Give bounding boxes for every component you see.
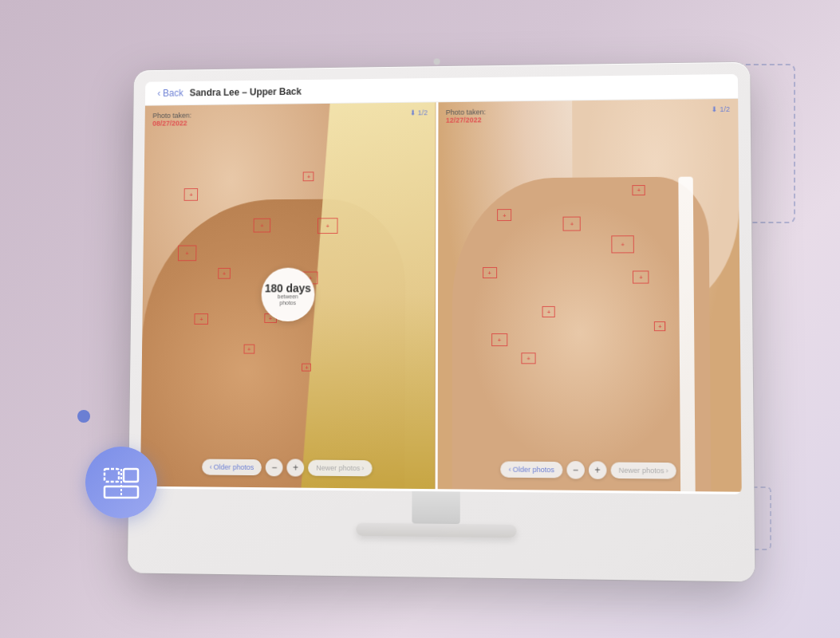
monitor-base [356,522,516,538]
detection-box [542,305,554,317]
chevron-right-icon: › [361,464,364,472]
older-photos-label-left: Older photos [213,463,254,471]
detection-box [177,245,195,261]
detection-box [521,352,535,364]
detection-box [654,321,665,331]
download-icon-left: ⬇ [409,108,416,116]
detection-box [633,270,649,283]
detection-box [183,187,198,200]
days-badge: 180 days betweenphotos [261,267,314,321]
days-text: betweenphotos [277,293,298,306]
detection-box [491,333,507,345]
detection-box [303,171,314,181]
photo-info-left: Photo taken: 08/27/2022 [152,111,191,127]
svg-rect-1 [124,469,138,482]
detection-box [253,218,270,232]
zoom-out-button-right[interactable]: − [566,461,584,479]
back-label: Back [163,87,183,98]
download-icon-right: ⬇ [711,105,717,113]
detection-box [194,313,208,325]
photo-taken-label-right: Photo taken: [445,108,485,116]
camera-dot [433,58,440,65]
chevron-left-icon: ‹ [209,463,211,471]
chevron-right-icon: › [665,467,668,475]
comparison-icon-badge [85,447,157,518]
photo-taken-label-left: Photo taken: [152,111,191,119]
monitor: ‹ Back Sandra Lee – Upper Back Photo tak… [127,61,754,581]
detection-box [482,266,496,278]
detection-box [243,344,254,353]
hair-left [301,102,436,489]
zoom-in-button-right[interactable]: + [588,461,606,479]
detection-box [218,267,231,278]
svg-rect-2 [105,486,138,498]
photo-date-right: 12/27/2022 [445,116,485,124]
photo-download-left[interactable]: ⬇ 1/2 [409,108,427,116]
back-button[interactable]: ‹ Back [157,87,183,98]
photo-panel-right: Photo taken: 12/27/2022 ⬇ 1/2 [435,98,742,491]
download-label-left: 1/2 [417,108,427,116]
older-photos-button-right[interactable]: ‹ Older photos [500,461,562,478]
photo-date-left: 08/27/2022 [152,119,191,127]
monitor-neck [412,490,459,523]
days-number: 180 days [264,282,310,293]
detection-box [497,209,511,221]
zoom-in-button-left[interactable]: + [286,459,304,476]
strap-right [678,176,696,491]
nav-bar-left: ‹ Older photos − + Newer photos › [201,458,372,477]
photo-info-right: Photo taken: 12/27/2022 [445,108,485,124]
newer-photos-button-left[interactable]: Newer photos › [308,459,372,476]
chevron-left-icon: ‹ [157,88,160,99]
svg-rect-0 [105,469,119,482]
newer-photos-button-right[interactable]: Newer photos › [610,462,676,478]
monitor-screen: ‹ Back Sandra Lee – Upper Back Photo tak… [140,73,741,494]
detection-box [562,216,580,230]
photo-download-right[interactable]: ⬇ 1/2 [711,104,729,112]
detection-box [302,364,311,372]
blue-dot-decoration [77,410,90,423]
newer-photos-label-right: Newer photos [618,466,664,475]
newer-photos-label-left: Newer photos [316,463,360,472]
download-label-right: 1/2 [720,104,730,112]
scene-container: ‹ Back Sandra Lee – Upper Back Photo tak… [61,40,779,598]
detection-box [611,235,634,253]
detection-box [317,218,337,234]
photos-container: Photo taken: 08/27/2022 ⬇ 1/2 [140,98,741,491]
older-photos-button-left[interactable]: ‹ Older photos [201,459,261,475]
chevron-left-icon: ‹ [508,465,511,473]
photo-panel-left: Photo taken: 08/27/2022 ⬇ 1/2 [140,102,435,489]
zoom-out-button-left[interactable]: − [265,459,282,476]
photo-bg-right: Photo taken: 12/27/2022 ⬇ 1/2 [437,98,742,491]
nav-bar-right: ‹ Older photos − + Newer photos › [500,460,676,479]
older-photos-label-right: Older photos [512,465,554,474]
page-title: Sandra Lee – Upper Back [189,85,301,97]
detection-box [632,184,645,195]
